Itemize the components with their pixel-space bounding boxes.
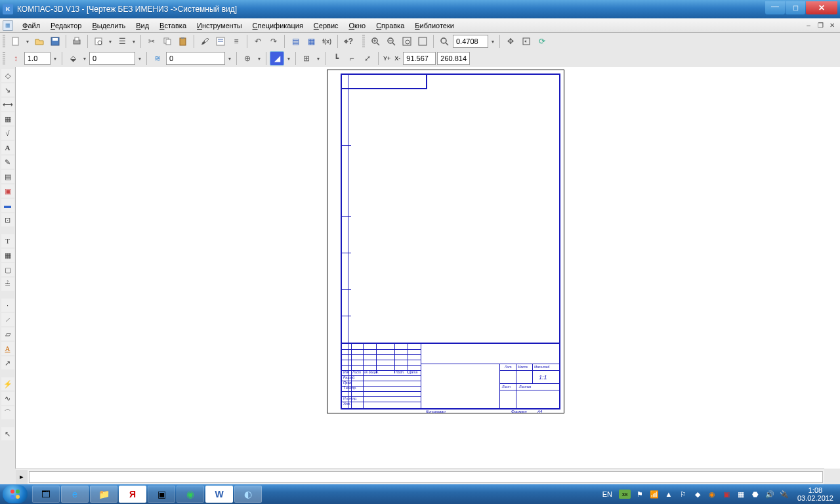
grid-dropdown[interactable]: ▼ (315, 51, 322, 66)
menu-tools[interactable]: Инструменты (192, 20, 247, 31)
zoom-out-button[interactable] (384, 34, 398, 49)
roughness-tool[interactable]: √ (1, 127, 14, 140)
task-yandex[interactable]: Я (119, 486, 146, 503)
task-explorer[interactable]: 🗔 (32, 486, 60, 503)
tray-shield-icon[interactable]: ⚐ (678, 489, 688, 499)
task-ie[interactable]: e (61, 486, 89, 503)
tray-app1-icon[interactable]: ◆ (692, 489, 703, 499)
line-tool[interactable]: ↘ (1, 83, 14, 96)
zoom-scale-icon[interactable] (437, 34, 452, 49)
mdi-minimize-button[interactable]: – (803, 21, 814, 30)
zoom-input[interactable] (453, 35, 488, 48)
zoom-window-button[interactable] (400, 34, 414, 49)
toolbar-grip[interactable] (3, 35, 5, 48)
linestyle-dropdown[interactable]: ▼ (226, 51, 233, 66)
cut-button[interactable]: ✂ (144, 34, 159, 49)
table-tool[interactable]: ▤ (1, 170, 14, 183)
language-indicator[interactable]: EN (600, 489, 615, 499)
layer-icon-dropdown[interactable]: ▼ (81, 51, 88, 66)
zoom-in-button[interactable] (368, 34, 383, 49)
copy-button[interactable] (160, 34, 175, 49)
color-button[interactable]: ◢ (270, 51, 284, 66)
aux-line-tool[interactable]: ⟋ (1, 313, 14, 326)
redo-button[interactable]: ↷ (266, 34, 281, 49)
tree-button[interactable] (213, 34, 228, 49)
view-tool[interactable]: ▣ (1, 184, 14, 198)
format-painter-button[interactable]: 🖌 (198, 34, 212, 49)
fx-button[interactable]: f(x) (320, 34, 334, 49)
prop-input-area[interactable] (29, 471, 823, 483)
cursor-help-button[interactable]: ⌖? (341, 34, 356, 49)
tray-network-icon[interactable]: 📶 (649, 489, 660, 499)
window-minimize-button[interactable] (765, 1, 785, 14)
linestyle-input[interactable] (166, 52, 225, 65)
taskbar-clock[interactable]: 1:08 03.02.2012 (793, 486, 837, 502)
print-button[interactable] (70, 34, 84, 49)
menu-help[interactable]: Справка (371, 20, 410, 31)
variables-button[interactable]: ▦ (304, 34, 318, 49)
task-folder[interactable]: 📁 (90, 486, 117, 503)
undo-button[interactable]: ↶ (251, 34, 265, 49)
menu-edit[interactable]: Редактор (45, 20, 87, 31)
preview-button[interactable] (91, 34, 106, 49)
menu-view[interactable]: Вид (131, 20, 154, 31)
menu-window[interactable]: Окно (344, 20, 371, 31)
task-app2[interactable]: ◉ (177, 486, 204, 503)
grid-button[interactable]: ⊞ (299, 51, 314, 66)
menu-service[interactable]: Сервис (308, 20, 344, 31)
text-tool[interactable]: A (1, 141, 14, 154)
dimension-tool[interactable]: ⟷ (1, 98, 14, 111)
base-tool[interactable]: ▢ (1, 263, 14, 276)
snap-button[interactable]: ⊕ (240, 51, 255, 66)
tray-volume-icon[interactable]: 🔊 (765, 489, 775, 499)
layer-dropdown[interactable]: ▼ (136, 51, 143, 66)
menu-file[interactable]: Файл (17, 20, 45, 31)
arrow2-tool[interactable]: ↖ (1, 427, 14, 440)
text2-tool[interactable]: T (1, 234, 14, 247)
menu-insert[interactable]: Вставка (154, 20, 192, 31)
zoom-fit-button[interactable] (415, 34, 430, 49)
scale-input[interactable] (24, 52, 51, 65)
spec-tool[interactable]: ▦ (1, 249, 14, 262)
open-button[interactable] (32, 34, 47, 49)
start-button[interactable] (3, 485, 28, 503)
layer-icon[interactable]: ⬙ (66, 51, 80, 66)
list-button[interactable]: ≡ (229, 34, 243, 49)
paste-button[interactable] (176, 34, 190, 49)
task-kompas[interactable]: ◐ (234, 486, 262, 503)
properties-button[interactable]: ☰ (115, 34, 129, 49)
redraw-button[interactable]: ⟳ (535, 34, 549, 49)
tray-power-icon[interactable]: 🔌 (779, 489, 789, 499)
tray-up-icon[interactable]: ▲ (663, 489, 674, 499)
keyboard-indicator[interactable]: 38 (619, 490, 631, 499)
coord-x-input[interactable] (403, 52, 436, 65)
zoom-prev-button[interactable] (519, 34, 534, 49)
layer-input[interactable] (89, 52, 135, 65)
drawing-canvas[interactable]: Изм Лист № докум. Подп. Дата Разраб. Про… (16, 67, 840, 469)
menu-select[interactable]: Выделить (87, 20, 131, 31)
linestyle-icon[interactable]: ≋ (150, 51, 165, 66)
text-line-tool[interactable]: A (1, 342, 14, 355)
rect-tool[interactable]: ▱ (1, 327, 14, 341)
geometry-tool[interactable]: ◇ (1, 69, 14, 82)
menu-spec[interactable]: Спецификация (247, 20, 308, 31)
round-icon[interactable]: ⌐ (345, 51, 359, 66)
save-button[interactable] (48, 34, 62, 49)
local-cs-button[interactable]: ⤢ (360, 51, 375, 66)
curve-tool[interactable]: ∿ (1, 392, 14, 405)
measure-tool[interactable]: ≟ (1, 278, 14, 291)
toolbar-grip[interactable] (362, 35, 365, 48)
zoom-dropdown[interactable]: ▼ (490, 34, 496, 49)
library-button[interactable]: ▤ (288, 34, 303, 49)
arrow-tool[interactable]: ↗ (1, 356, 14, 369)
new-dropdown[interactable]: ▼ (24, 34, 31, 49)
window-maximize-button[interactable] (786, 1, 805, 14)
tray-app3-icon[interactable]: ▣ (721, 489, 732, 499)
ortho-icon[interactable]: ┗ (329, 51, 343, 66)
task-word[interactable]: W (205, 486, 233, 503)
mdi-restore-button[interactable]: ❐ (815, 21, 826, 30)
pan-button[interactable]: ✥ (503, 34, 518, 49)
edit-tool[interactable]: ✎ (1, 156, 14, 169)
tray-app2-icon[interactable]: ◉ (707, 489, 717, 499)
color-dropdown[interactable]: ▼ (285, 51, 292, 66)
